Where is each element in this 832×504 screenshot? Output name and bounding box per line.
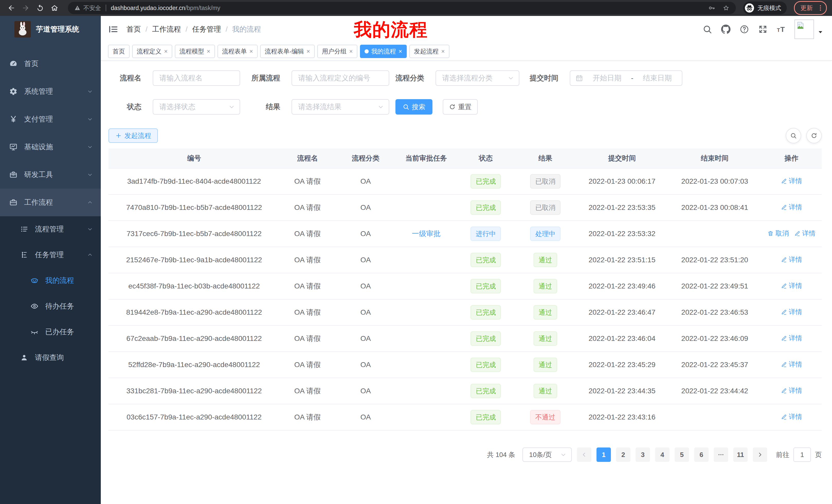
sidebar-item-10[interactable]: 已办任务 (0, 319, 101, 345)
pager-page-6[interactable]: 6 (694, 447, 709, 462)
sidebar-item-3[interactable]: 基础设施 (0, 133, 101, 161)
sidebar-item-11[interactable]: 请假查询 (0, 345, 101, 370)
font-size-icon[interactable]: TT (777, 24, 787, 34)
sidebar-item-4[interactable]: 研发工具 (0, 161, 101, 189)
sidebar-item-2[interactable]: 支付管理 (0, 105, 101, 133)
fullscreen-icon[interactable] (758, 24, 768, 34)
detail-action-link[interactable]: 详情 (781, 412, 802, 421)
sidebar-item-8[interactable]: 我的流程 (0, 268, 101, 293)
result-select[interactable]: 请选择流结果 (291, 99, 389, 115)
table-row: 331bc281-7b9a-11ec-a290-acde48001122 OA … (108, 378, 822, 404)
tab-1[interactable]: 流程定义 × (132, 45, 172, 58)
sidebar-item-5[interactable]: 工作流程 (0, 189, 101, 216)
pager-page-4[interactable]: 4 (655, 447, 670, 462)
end-date-placeholder[interactable]: 结束日期 (638, 73, 677, 83)
sidebar-item-0[interactable]: 首页 (0, 50, 101, 78)
key-icon[interactable] (708, 4, 715, 11)
security-label[interactable]: 不安全 (83, 4, 101, 12)
detail-action-link[interactable]: 详情 (781, 203, 802, 212)
close-tab-icon[interactable]: × (441, 48, 445, 54)
browser-home-button[interactable] (48, 2, 61, 14)
breadcrumb-item-0[interactable]: 首页 (127, 24, 141, 34)
close-tab-icon[interactable]: × (307, 48, 310, 54)
pager-more-button[interactable] (714, 447, 728, 462)
tab-3[interactable]: 流程表单 × (217, 45, 258, 58)
app-logo-row[interactable]: 芋道管理系统 (0, 16, 101, 43)
goto-page-input[interactable] (794, 447, 811, 462)
header-search-icon[interactable] (702, 24, 712, 34)
close-tab-icon[interactable]: × (398, 48, 402, 54)
detail-action-link[interactable]: 详情 (781, 176, 802, 186)
detail-action-link[interactable]: 详情 (781, 360, 802, 369)
status-badge: 进行中 (470, 227, 501, 241)
cell-result: 不通过 (515, 404, 576, 430)
close-tab-icon[interactable]: × (164, 48, 167, 54)
browser-forward-button[interactable] (20, 2, 32, 14)
tab-2[interactable]: 流程模型 × (175, 45, 215, 58)
calendar-icon (575, 74, 583, 82)
pagination-total: 共 104 条 (487, 450, 515, 459)
current-task-link[interactable]: 一级审批 (412, 230, 441, 237)
refresh-table-button[interactable] (806, 128, 822, 143)
category-select[interactable]: 请选择流程分类 (436, 71, 519, 86)
create-process-button[interactable]: 发起流程 (108, 129, 158, 143)
pager-page-11[interactable]: 11 (733, 447, 748, 462)
sidebar-item-9[interactable]: 待办任务 (0, 293, 101, 319)
definition-input[interactable] (291, 71, 389, 86)
sidebar-item-7[interactable]: 任务管理 (0, 242, 101, 268)
bookmark-star-icon[interactable] (723, 4, 730, 11)
user-menu-caret-icon[interactable] (817, 29, 824, 35)
pager-page-5[interactable]: 5 (675, 447, 689, 462)
pager-prev-button[interactable] (577, 447, 591, 462)
status-select[interactable]: 请选择状态 (153, 99, 240, 115)
submit-time-range-picker[interactable]: 开始日期 - 结束日期 (570, 71, 682, 86)
github-icon[interactable] (721, 24, 731, 34)
cell-status: 已完成 (457, 247, 515, 273)
detail-action-link[interactable]: 详情 (781, 281, 802, 290)
sidebar-item-6[interactable]: 流程管理 (0, 216, 101, 242)
browser-menu-icon[interactable] (817, 4, 824, 11)
breadcrumb-item-3[interactable]: 我的流程 (232, 24, 261, 34)
sidebar-item-1[interactable]: 系统管理 (0, 78, 101, 105)
pager-page-2[interactable]: 2 (616, 447, 630, 462)
tab-0[interactable]: 首页 (108, 45, 130, 58)
cell-name: OA 请假 (280, 247, 335, 273)
close-tab-icon[interactable]: × (349, 48, 353, 54)
detail-action-link[interactable]: 详情 (781, 307, 802, 316)
browser-update-button[interactable]: 更新 (794, 1, 827, 15)
address-bar[interactable]: 不安全 dashboard.yudao.iocoder.cn/bpm/task/… (68, 2, 736, 14)
filter-category: 流程分类 请选择流程分类 (395, 71, 519, 86)
reset-button[interactable]: 重置 (443, 99, 478, 115)
sidebar-collapse-button[interactable] (108, 24, 118, 34)
cancel-action-link[interactable]: 取消 (767, 229, 789, 238)
tab-7[interactable]: 发起流程 × (409, 45, 449, 58)
cell-actions: 详情 (761, 299, 822, 326)
pager-next-button[interactable] (753, 447, 767, 462)
table-toolbar: 发起流程 (108, 128, 822, 143)
search-button[interactable]: 搜索 (395, 99, 433, 115)
start-date-placeholder[interactable]: 开始日期 (588, 73, 626, 83)
table-row: 819442e8-7b9a-11ec-a290-acde48001122 OA … (108, 299, 822, 326)
detail-action-link[interactable]: 详情 (781, 386, 802, 395)
breadcrumb-item-2[interactable]: 任务管理 (192, 24, 221, 34)
name-input[interactable] (153, 71, 240, 86)
breadcrumb-item-1[interactable]: 工作流程 (152, 24, 181, 34)
detail-action-link[interactable]: 详情 (781, 255, 802, 264)
tab-4[interactable]: 流程表单-编辑 × (260, 45, 315, 58)
help-icon[interactable] (739, 24, 749, 34)
tab-5[interactable]: 用户分组 × (317, 45, 357, 58)
cell-category: OA (335, 404, 396, 430)
tab-6[interactable]: 我的流程 × (360, 45, 407, 58)
toggle-search-button[interactable] (786, 128, 801, 143)
page-size-select[interactable]: 10条/页 (522, 447, 572, 462)
browser-reload-button[interactable] (34, 2, 46, 14)
close-tab-icon[interactable]: × (207, 48, 210, 54)
pager-page-3[interactable]: 3 (635, 447, 650, 462)
pager-page-1[interactable]: 1 (597, 447, 611, 462)
detail-action-link[interactable]: 详情 (794, 229, 815, 238)
detail-action-link[interactable]: 详情 (781, 334, 802, 343)
close-tab-icon[interactable]: × (250, 48, 253, 54)
cell-task (396, 194, 457, 221)
avatar[interactable] (795, 20, 814, 39)
browser-back-button[interactable] (5, 2, 18, 14)
